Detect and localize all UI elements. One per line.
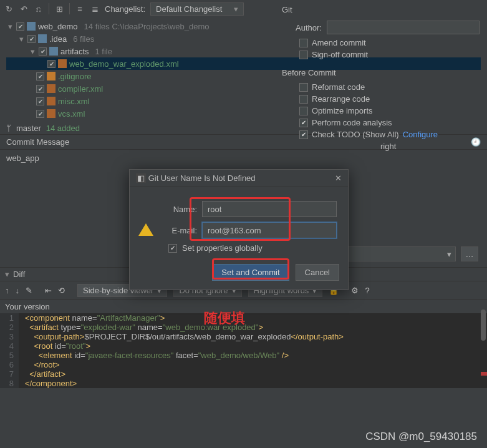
xml-icon <box>47 109 55 118</box>
folder-icon <box>49 47 58 56</box>
branch-name: master <box>16 124 41 133</box>
set-and-commit-button[interactable]: Set and Commit <box>212 264 289 281</box>
expand-icon[interactable]: ≡ <box>75 4 85 14</box>
git-options-panel: Git Author: Amend commit Sign-off commit… <box>274 0 487 158</box>
accept-icon[interactable]: ⇤ <box>45 286 52 295</box>
git-title: Git <box>282 5 480 14</box>
undo-icon[interactable]: ↶ <box>19 4 29 14</box>
prev-diff-icon[interactable]: ↑ <box>5 286 9 295</box>
checkbox[interactable] <box>36 110 44 118</box>
reformat-checkbox[interactable]: Reformat code <box>299 82 480 92</box>
optimize-checkbox[interactable]: Optimize imports <box>299 106 480 115</box>
author-input[interactable] <box>327 21 480 34</box>
email-label: E-mail: <box>166 226 197 235</box>
rollback-icon[interactable]: ⎌ <box>34 4 44 14</box>
vertical-scrollbar[interactable] <box>478 309 487 414</box>
checkbox[interactable] <box>39 47 47 56</box>
gear-icon[interactable]: ⚙ <box>351 286 359 295</box>
separator <box>49 3 49 14</box>
collapse-icon[interactable]: ≣ <box>90 4 100 14</box>
branch-added: 14 added <box>46 124 80 133</box>
todo-checkbox[interactable]: ✔Check TODO (Show All) Configure <box>299 130 480 139</box>
checkbox[interactable] <box>47 60 55 68</box>
amend-checkbox[interactable]: Amend commit <box>299 38 480 47</box>
email-input[interactable] <box>202 222 337 238</box>
changelist-label: Changelist: <box>105 4 145 14</box>
edit-icon[interactable]: ✎ <box>26 286 32 295</box>
dialog-titlebar: ◧ Git User Name Is Not Defined ✕ <box>130 170 348 187</box>
folder-icon <box>38 34 47 43</box>
copyright-checkbox-partial[interactable]: right <box>299 142 480 151</box>
checkbox[interactable] <box>36 72 44 80</box>
next-diff-icon[interactable]: ↓ <box>16 286 20 295</box>
close-icon[interactable]: ✕ <box>335 173 342 183</box>
configure-link[interactable]: Configure <box>403 130 438 139</box>
checkbox[interactable] <box>27 35 36 43</box>
author-label: Author: <box>296 23 322 32</box>
cancel-button[interactable]: Cancel <box>296 264 339 281</box>
branch-icon: ᛘ <box>6 124 11 133</box>
folder-icon <box>27 22 36 31</box>
your-version-label: Your version <box>0 300 487 313</box>
signoff-checkbox[interactable]: Sign-off commit <box>299 50 480 59</box>
globally-checkbox-label[interactable]: Set properties globally <box>182 243 263 253</box>
warning-icon <box>138 223 153 236</box>
checkbox[interactable] <box>36 97 44 105</box>
xml-icon <box>58 59 67 68</box>
refresh-icon[interactable]: ↻ <box>4 4 14 14</box>
watermark: CSDN @m0_59430185 <box>365 431 477 443</box>
changelist-select[interactable]: Default Changelist ▾ <box>150 2 244 16</box>
xml-icon <box>47 84 55 93</box>
checkbox[interactable] <box>36 85 44 93</box>
group-icon[interactable]: ⊞ <box>54 4 64 14</box>
before-commit-title: Before Commit <box>282 68 480 77</box>
help-icon[interactable]: ? <box>365 286 369 295</box>
gitignore-icon <box>47 72 55 80</box>
checkbox[interactable] <box>16 22 24 31</box>
more-button[interactable]: … <box>461 246 478 261</box>
revert-icon[interactable]: ⟲ <box>58 286 65 295</box>
git-username-dialog: ◧ Git User Name Is Not Defined ✕ Name: E… <box>129 169 349 290</box>
name-input[interactable] <box>202 201 337 217</box>
code-viewer[interactable]: 1<component name="ArtifactManager">2 <ar… <box>0 313 487 388</box>
error-stripe[interactable] <box>481 372 487 376</box>
separator <box>69 3 70 14</box>
perform-checkbox[interactable]: ✔Perform code analysis <box>299 118 480 127</box>
rearrange-checkbox[interactable]: Rearrange code <box>299 94 480 104</box>
name-label: Name: <box>166 205 197 214</box>
xml-icon <box>47 97 55 105</box>
